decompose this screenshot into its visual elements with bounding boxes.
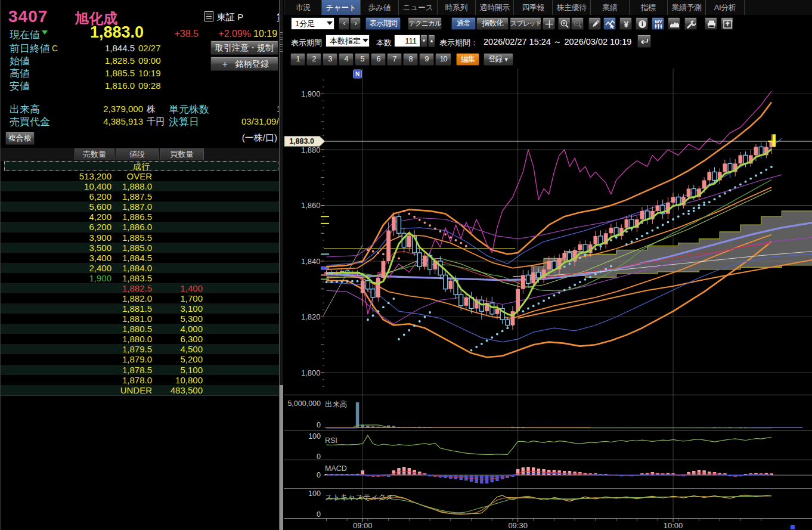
crosshair-icon-button[interactable] — [543, 17, 555, 30]
svg-text:N: N — [355, 71, 359, 78]
preset-8-button[interactable]: 8 — [403, 53, 418, 66]
order-book-row[interactable]: 4,2001,886.5 — [1, 212, 279, 222]
order-book-row[interactable]: 1,880.06,300 — [1, 334, 279, 344]
sell-qty-cell: 3,400 — [1, 253, 111, 263]
header-price[interactable]: 値段 — [116, 148, 159, 160]
tab-チャート[interactable]: チャート — [322, 0, 360, 15]
scroll-indicator[interactable] — [791, 525, 795, 529]
register-symbol-button[interactable]: ＋銘柄登録 — [210, 57, 278, 71]
preset-7-button[interactable]: 7 — [387, 53, 402, 66]
save-list-button[interactable]: 登録 ▼ — [484, 53, 513, 66]
pencil-icon-button[interactable] — [588, 17, 601, 30]
wrench-icon-button[interactable] — [684, 17, 697, 30]
yen-icon: ¥ — [620, 18, 633, 30]
tab-四季報[interactable]: 四季報 — [514, 0, 552, 15]
preset-6-button[interactable]: 6 — [371, 53, 386, 66]
order-book-row[interactable]: 10,4001,888.0 — [1, 181, 279, 191]
display-period-button[interactable]: 表示期間 — [365, 17, 401, 30]
zoom-in-icon-button[interactable] — [558, 17, 571, 30]
doc-line — [206, 16, 212, 17]
window-splitter[interactable] — [279, 0, 283, 530]
order-book-row[interactable]: 1,882.01,700 — [1, 293, 279, 303]
order-book-row[interactable]: 3,4001,884.5 — [1, 253, 279, 263]
order-book-row[interactable]: 1,878.010,800 — [1, 375, 279, 385]
order-book-row[interactable]: 3,9001,885.5 — [1, 233, 279, 243]
preset-10-button[interactable]: 10 — [435, 53, 451, 66]
svg-text:0: 0 — [317, 510, 321, 519]
sell-qty-cell: 6,200 — [1, 222, 111, 232]
tab-適時開示[interactable]: 適時開示 — [476, 0, 514, 15]
news-marker[interactable]: N — [354, 70, 362, 78]
preset-5-button[interactable]: 5 — [355, 53, 370, 66]
quote-row-value: 1,828.5 — [72, 55, 135, 66]
per-share-note: (一株/口) — [242, 132, 277, 144]
preset-4-button[interactable]: 4 — [339, 53, 354, 66]
order-book-row[interactable]: 1,882.51,400 — [1, 283, 279, 293]
order-book-row[interactable]: 6,2001,886.0 — [1, 222, 279, 232]
zoom-in-icon — [559, 18, 571, 30]
header-sell-qty[interactable]: 売数量 — [75, 148, 114, 160]
tab-業績[interactable]: 業績 — [591, 0, 629, 15]
order-book-row[interactable]: 3,5001,885.0 — [1, 243, 279, 253]
order-book-row[interactable]: 1,9001,883.5 — [1, 273, 279, 283]
tab-AI分析[interactable]: AI分析 — [706, 0, 744, 15]
buy-qty-cell: 4,000 — [152, 324, 203, 334]
composite-board-button[interactable]: 複合板 — [5, 132, 35, 145]
preset-9-button[interactable]: 9 — [419, 53, 434, 66]
order-book-row[interactable]: 1,881.05,300 — [1, 314, 279, 324]
tab-時系列[interactable]: 時系列 — [438, 0, 476, 15]
info-icon-button[interactable] — [636, 17, 648, 30]
yen-icon-button[interactable]: ¥ — [619, 17, 632, 30]
trade-caution-button[interactable]: 取引注意・規制 — [210, 41, 278, 55]
preset-2-button[interactable]: 2 — [306, 53, 321, 66]
tab-ニュース[interactable]: ニュース — [399, 0, 437, 15]
price-direction-icon[interactable] — [42, 30, 48, 35]
interval-select[interactable]: 1分足 — [291, 17, 334, 30]
preset-1-button[interactable]: 1 — [290, 53, 305, 66]
technical-button[interactable]: テクニカル — [408, 17, 442, 30]
market-order-row[interactable]: 成行 — [4, 161, 278, 171]
count-mode-select[interactable]: 本数指定 — [326, 35, 370, 47]
price-cell: 1,886.0 — [111, 222, 152, 232]
quote-row-time: 09:00 — [138, 55, 161, 66]
order-book-row[interactable]: 1,879.05,200 — [1, 354, 279, 364]
order-book-row[interactable]: 1,880.54,000 — [1, 324, 279, 334]
order-book-row[interactable]: 1,879.54,500 — [1, 344, 279, 354]
zoom-out-icon-button[interactable] — [571, 17, 584, 30]
prev-button[interactable]: ‹ — [339, 17, 349, 30]
order-book-row[interactable]: 2,4001,884.0 — [1, 263, 279, 273]
trend-cursor-icon-button[interactable] — [603, 17, 616, 30]
price-cell: 1,887.0 — [111, 202, 152, 212]
indexed-mode-button[interactable]: 指数化 — [476, 17, 509, 30]
next-button[interactable]: › — [350, 17, 361, 30]
order-book-row[interactable]: 513,200OVER — [1, 171, 279, 181]
tab-株主優待[interactable]: 株主優待 — [553, 0, 591, 15]
tab-市況[interactable]: 市況 — [284, 0, 322, 15]
count-decrement-button[interactable]: ▼ — [420, 35, 427, 47]
order-book-row[interactable]: UNDER483,500 — [1, 385, 279, 395]
preset-3-button[interactable]: 3 — [323, 53, 337, 66]
order-book-row[interactable]: 5,6001,887.0 — [1, 202, 279, 212]
splitter-grip-icon[interactable] — [280, 32, 283, 52]
splitter-lower-track[interactable] — [280, 385, 283, 530]
bar-count-input[interactable] — [394, 35, 420, 47]
price-cell: 1,879.5 — [111, 344, 152, 354]
reset-range-button[interactable] — [637, 35, 651, 48]
count-increment-button[interactable]: ▲ — [428, 35, 435, 47]
edit-button[interactable]: 編集 — [456, 53, 479, 66]
order-book-row[interactable]: 1,878.55,100 — [1, 365, 279, 375]
spread-mode-button[interactable]: スプレッド — [510, 17, 541, 30]
normal-mode-button[interactable]: 通常 — [451, 17, 476, 30]
export-icon-button[interactable] — [721, 17, 733, 30]
header-buy-qty[interactable]: 買数量 — [160, 148, 204, 160]
my-chart-icon-button[interactable]: MY — [652, 17, 664, 30]
tab-業績予測[interactable]: 業績予測 — [668, 0, 706, 15]
order-book-row[interactable]: 1,881.53,100 — [1, 303, 279, 314]
tab-歩み値[interactable]: 歩み値 — [361, 0, 399, 15]
period-label: 表示期間 — [291, 38, 322, 48]
tab-指標[interactable]: 指標 — [630, 0, 668, 15]
order-book-row[interactable]: 6,2001,887.5 — [1, 191, 279, 202]
printer-icon-button[interactable] — [705, 17, 717, 30]
doc-line — [206, 18, 212, 19]
mountain-chart-icon-button[interactable] — [668, 17, 680, 30]
